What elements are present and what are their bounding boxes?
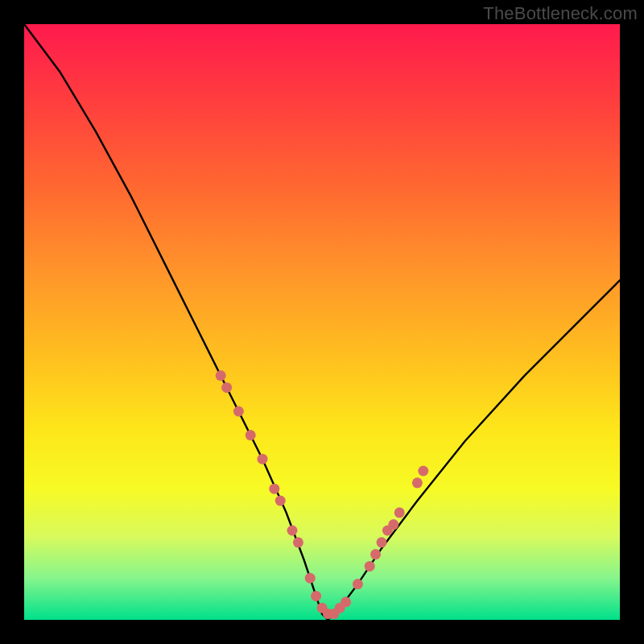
curve-marker	[233, 407, 244, 417]
curve-marker	[412, 477, 423, 488]
curve-marker	[246, 430, 256, 440]
plot-area	[24, 24, 620, 620]
curve-marker	[353, 579, 363, 589]
curve-marker	[221, 382, 232, 393]
curve-marker	[388, 519, 398, 530]
curve-marker	[293, 537, 303, 547]
curve-marker	[365, 561, 375, 572]
curve-marker	[275, 496, 286, 506]
curve-marker	[418, 466, 428, 477]
chart-frame: TheBottleneck.com	[0, 0, 644, 644]
curve-marker	[311, 591, 321, 601]
curve-marker	[370, 549, 381, 559]
curve-marker	[287, 526, 298, 536]
curve-layer	[24, 24, 620, 620]
curve-marker	[305, 573, 316, 584]
curve-marker	[394, 507, 405, 518]
curve-marker	[216, 370, 226, 381]
curve-marker	[258, 454, 268, 464]
bottleneck-curve	[24, 24, 620, 620]
curve-markers	[216, 370, 429, 619]
watermark-text: TheBottleneck.com	[483, 3, 638, 24]
curve-marker	[269, 484, 279, 494]
curve-marker	[341, 597, 351, 607]
curve-marker	[377, 537, 387, 547]
